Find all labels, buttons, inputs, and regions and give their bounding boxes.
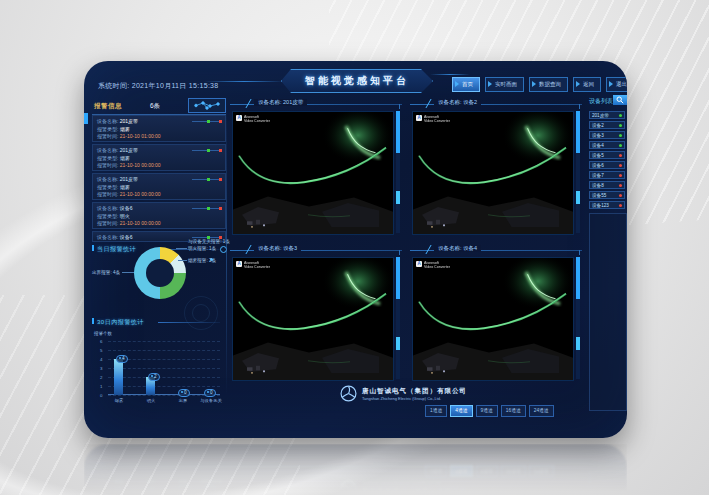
- dashboard-screen: 系统时间: 2021年10月11日 15:15:38 智能视觉感知平台 首页 实…: [84, 61, 627, 438]
- video-scrollbar[interactable]: [396, 111, 400, 233]
- video-scrollbar[interactable]: [576, 111, 580, 233]
- watermark: AAiseesoftVideo Converter: [236, 261, 270, 269]
- video-scrollbar[interactable]: [576, 257, 580, 379]
- video-scene: [413, 112, 573, 234]
- device-list-item[interactable]: 设备2: [589, 121, 625, 129]
- alarm-mini-indicator: [192, 206, 222, 210]
- channel-button-16[interactable]: 16通道: [501, 405, 526, 417]
- alarm-panel: 报警信息 6条 设备名称: 201皮带 报警类型: 烟雾 报警时间: 21-10…: [92, 100, 226, 412]
- donut-label-fire: 明火报警: 1条: [188, 246, 216, 251]
- video-title-bar: 设备名称: 201皮带: [230, 97, 402, 110]
- video-panel-4: 设备名称: 设备4 AAiseesoftVideo Converter: [410, 243, 582, 383]
- channel-button-9[interactable]: 9通道: [476, 405, 498, 417]
- status-dot: [619, 144, 622, 147]
- device-list-item[interactable]: 设备55: [589, 191, 625, 199]
- header-line-right: [430, 74, 470, 75]
- channel-button-4[interactable]: 4通道: [450, 405, 472, 417]
- video-feed[interactable]: AAiseesoftVideo Converter: [232, 257, 394, 381]
- alarm-list-item[interactable]: 设备名称: 201皮带 报警类型: 烟雾 报警时间: 21-10-10 00:0…: [92, 173, 226, 200]
- alarm-device-label: 设备名称:: [97, 118, 118, 124]
- alarm-mini-indicator: [192, 119, 222, 123]
- donut-leader-line: [178, 260, 187, 261]
- device-list-panel: 设备列表 201皮带 设备2 设备3 设备4 设备5 设备6 设备7 设备8 设…: [589, 95, 627, 413]
- video-feed[interactable]: AAiseesoftVideo Converter: [232, 111, 394, 235]
- device-list-item[interactable]: 设备4: [589, 141, 625, 149]
- channel-button-24[interactable]: 24通道: [529, 405, 554, 417]
- video-scene: [413, 258, 573, 380]
- alarm-panel-title: 报警信息: [94, 102, 122, 111]
- video-title: 设备名称: 201皮带: [254, 99, 307, 106]
- alarm-type-label: 报警类型:: [97, 126, 118, 132]
- today-stats-title: 当日报警统计: [92, 245, 136, 254]
- search-icon[interactable]: [613, 95, 627, 105]
- donut-label-smoke: 烟雾报警: 2条: [188, 258, 216, 263]
- video-feed[interactable]: AAiseesoftVideo Converter: [412, 111, 574, 235]
- bar-smoke: [114, 341, 123, 395]
- device-list-item[interactable]: 设备6: [589, 161, 625, 169]
- edge-accent: [84, 113, 88, 124]
- vertical-divider: [226, 101, 227, 396]
- bar-value: 0: [204, 389, 216, 397]
- desktop-background: 系统时间: 2021年10月11日 15:15:38 智能视觉感知平台 首页 实…: [0, 0, 709, 495]
- nav-button-live-view[interactable]: 实时画面: [485, 77, 524, 92]
- device-list-item[interactable]: 设备7: [589, 171, 625, 179]
- status-dot: [619, 124, 622, 127]
- page-title: 智能视觉感知平台: [281, 69, 433, 93]
- alarm-device-value: 201皮带: [120, 118, 138, 124]
- company-name-cn: 唐山智诚电气（集团）有限公司: [362, 387, 467, 396]
- video-title-bar: 设备名称: 设备4: [410, 243, 582, 256]
- alarm-list-item[interactable]: 设备名称: 设备6 报警类型: 明火 报警时间: 21-10-10 00:00:…: [92, 202, 226, 229]
- donut-leader-line: [122, 272, 134, 273]
- video-panel-2: 设备名称: 设备2 AAiseesoftVideo Converter: [410, 97, 582, 237]
- device-list-item[interactable]: 设备8: [589, 181, 625, 189]
- header-line-left: [204, 81, 284, 82]
- status-dot: [619, 164, 622, 167]
- x-tick-outbound: 出界: [179, 398, 188, 403]
- channel-button-1[interactable]: 1通道: [425, 405, 447, 417]
- status-dot: [619, 204, 622, 207]
- decorative-line: [158, 322, 220, 323]
- x-tick-smoke: 烟雾: [115, 398, 124, 403]
- y-axis-label: 报警个数: [94, 331, 112, 336]
- video-panel-3: 设备名称: 设备3 AAiseesoftVideo Converter: [230, 243, 402, 383]
- video-title-bar: 设备名称: 设备2: [410, 97, 582, 110]
- bar-value: 0: [178, 389, 190, 397]
- nav-button-data-query[interactable]: 数据查询: [529, 77, 568, 92]
- device-list-item[interactable]: 201皮带: [589, 111, 625, 119]
- video-title-bar: 设备名称: 设备3: [230, 243, 402, 256]
- company-logo-icon: [340, 385, 357, 402]
- alarm-list-item[interactable]: 设备名称: 201皮带 报警类型: 烟雾 报警时间: 21-10-10 01:0…: [92, 115, 226, 142]
- status-dot: [619, 194, 622, 197]
- watermark: AAiseesoftVideo Converter: [236, 115, 270, 123]
- video-scrollbar[interactable]: [396, 257, 400, 379]
- page-title-text: 智能视觉感知平台: [305, 74, 409, 88]
- alarm-mini-indicator: [192, 148, 222, 152]
- video-feed[interactable]: AAiseesoftVideo Converter: [412, 257, 574, 381]
- device-list-item[interactable]: 设备3: [589, 131, 625, 139]
- bar-value: 4: [116, 355, 128, 363]
- today-alarm-donut-chart: [134, 247, 186, 299]
- status-dot: [619, 154, 622, 157]
- nav-button-exit[interactable]: 退出系统: [606, 77, 627, 92]
- system-time: 系统时间: 2021年10月11日 15:15:38: [98, 81, 219, 91]
- bar-outbound: [178, 341, 187, 395]
- alarm-type-value: 烟雾: [120, 126, 130, 132]
- donut-leader-line: [176, 248, 187, 249]
- device-list-item[interactable]: 设备5: [589, 151, 625, 159]
- alarm-time-value: 21-10-10 01:00:00: [120, 133, 161, 139]
- nav-button-back[interactable]: 返回: [573, 77, 601, 92]
- status-dot: [619, 184, 622, 187]
- company-name-en: Tangshan Zhicheng Electric (Group) Co.,L…: [362, 396, 467, 401]
- donut-label-unrelated: 与设备无关报警: 1条: [188, 239, 230, 244]
- donut-hole: [146, 259, 174, 287]
- video-scene: [233, 258, 393, 380]
- nav-button-home[interactable]: 首页: [452, 77, 480, 92]
- alarm-time-label: 报警时间:: [97, 133, 118, 139]
- device-list-item[interactable]: 设备123: [589, 201, 625, 209]
- alarm-list-item[interactable]: 设备名称: 201皮带 报警类型: 烟雾 报警时间: 21-10-10 00:0…: [92, 144, 226, 171]
- status-dot: [619, 114, 622, 117]
- watermark: AAiseesoftVideo Converter: [416, 115, 450, 123]
- device-list-title: 设备列表: [589, 97, 613, 106]
- company-brand: 唐山智诚电气（集团）有限公司 Tangshan Zhicheng Electri…: [340, 385, 467, 402]
- video-panel-1: 设备名称: 201皮带 AAiseesoftVideo Converter: [230, 97, 402, 237]
